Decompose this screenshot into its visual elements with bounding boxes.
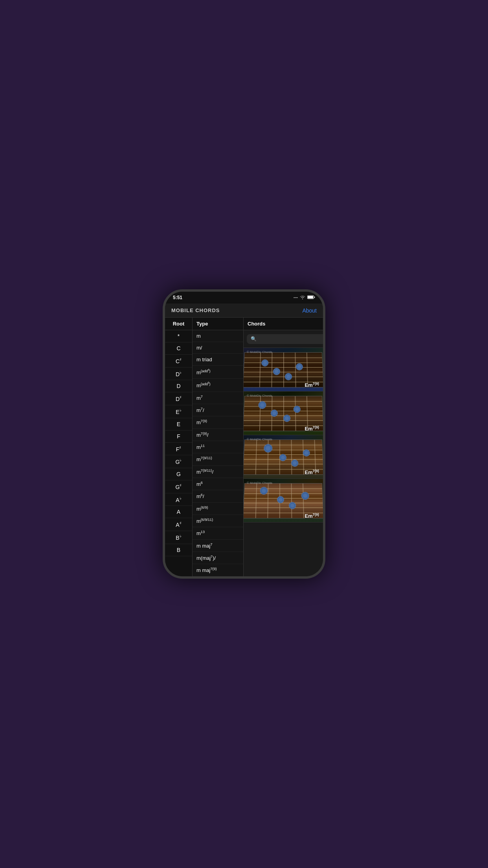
root-item-D[interactable]: D <box>165 380 192 392</box>
type-m-add9[interactable]: m(add9) <box>193 379 243 392</box>
type-m[interactable]: m <box>193 330 243 342</box>
chords-header: Chords <box>244 318 323 330</box>
type-m-slash[interactable]: m/ <box>193 342 243 354</box>
type-m11[interactable]: m11 <box>193 441 243 453</box>
chord-watermark-1: © MobiDic Chords <box>247 350 272 354</box>
root-item-star[interactable]: * <box>165 330 192 342</box>
root-item-F[interactable]: F <box>165 430 192 443</box>
root-header: Root <box>165 318 193 330</box>
battery-icon <box>307 295 315 300</box>
root-item-A[interactable]: A <box>165 506 192 518</box>
type-m6[interactable]: m6 <box>193 478 243 490</box>
nav-title: Mobile Chords <box>171 307 220 313</box>
svg-rect-2 <box>314 297 315 298</box>
type-m-maj7[interactable]: m maj7 <box>193 540 243 552</box>
type-m-6-9-11[interactable]: m(6/9/11) <box>193 515 243 527</box>
root-item-Gs[interactable]: G♯ <box>165 480 192 493</box>
chord-watermark-2: © MobiDic Chords <box>247 394 272 397</box>
root-item-As[interactable]: A♯ <box>165 518 192 531</box>
chord-result-1[interactable]: © MobiDic Chords Em7(9) <box>244 348 323 392</box>
nav-bar: Mobile Chords About <box>165 303 323 318</box>
root-item-Fs[interactable]: F♯ <box>165 443 192 456</box>
chord-photo-1: © MobiDic Chords Em7(9) <box>244 348 323 391</box>
root-item-Ab[interactable]: A♭ <box>165 493 192 506</box>
type-m6-slash[interactable]: m6/ <box>193 490 243 502</box>
root-item-Ds[interactable]: D♯ <box>165 392 192 405</box>
chord-label-3: Em7(9) <box>305 469 319 475</box>
search-icon: 🔍 <box>251 336 257 342</box>
root-item-C[interactable]: C <box>165 342 192 355</box>
chord-label-2: Em7(9) <box>305 425 319 432</box>
type-column: m m/ m triad m(add4) m(add9) m7 m7/ m7(9… <box>193 330 244 579</box>
signal-dots-icon: ···· <box>294 296 298 300</box>
chord-photo-4: © MobiDic Chords Em7(9) <box>244 479 323 522</box>
type-m-6-9[interactable]: m(6/9) <box>193 503 243 515</box>
type-m7-slash[interactable]: m7/ <box>193 404 243 416</box>
chord-watermark-3: © MobiDic Chords <box>247 438 272 441</box>
chord-watermark-4: © MobiDic Chords <box>247 481 272 485</box>
search-input-wrap: 🔍 <box>247 334 323 344</box>
wifi-icon <box>300 295 305 300</box>
empty-space <box>244 522 323 546</box>
type-m7-9-11[interactable]: m7(9/11) <box>193 453 243 465</box>
root-item-E[interactable]: E <box>165 418 192 430</box>
type-m-triad[interactable]: m triad <box>193 354 243 366</box>
column-headers: Root Type Chords <box>165 318 323 330</box>
root-column: * C C♯ D♭ D D♯ E♭ E F F♯ G♭ G G♯ A♭ A A♯… <box>165 330 193 579</box>
search-input[interactable] <box>259 336 323 342</box>
about-button[interactable]: About <box>302 307 317 314</box>
chord-label-1: Em7(9) <box>305 382 319 388</box>
chord-result-4[interactable]: © MobiDic Chords Em7(9) <box>244 479 323 522</box>
type-header: Type <box>193 318 244 330</box>
chord-label-4: Em7(9) <box>305 513 319 519</box>
type-m7-9-slash[interactable]: m7(9)/ <box>193 429 243 441</box>
root-item-G[interactable]: G <box>165 468 192 480</box>
search-bar: 🔍 ▾ <box>244 330 323 348</box>
main-content: * C C♯ D♭ D D♯ E♭ E F F♯ G♭ G G♯ A♭ A A♯… <box>165 330 323 579</box>
root-item-B[interactable]: B <box>165 544 192 556</box>
type-m7-9[interactable]: m7(9) <box>193 416 243 428</box>
type-m13[interactable]: m13 <box>193 527 243 539</box>
chord-photo-2: © MobiDic Chords Em7(9) <box>244 392 323 435</box>
root-item-Cs[interactable]: C♯ <box>165 355 192 368</box>
chord-photo-3: © MobiDic Chords Em7(9) <box>244 435 323 478</box>
type-m7[interactable]: m7 <box>193 392 243 404</box>
type-m-add4[interactable]: m(add4) <box>193 366 243 379</box>
chord-result-3[interactable]: © MobiDic Chords Em7(9) <box>244 435 323 479</box>
status-icons: ···· <box>294 295 315 300</box>
svg-rect-1 <box>308 296 313 298</box>
status-bar: 5:51 ···· <box>165 292 323 303</box>
root-item-Eb[interactable]: E♭ <box>165 405 192 418</box>
root-item-Db[interactable]: D♭ <box>165 368 192 381</box>
root-item-Bb[interactable]: B♭ <box>165 531 192 544</box>
type-m7-9-11-slash[interactable]: m7(9/11)/ <box>193 466 243 478</box>
type-m-maj7-6[interactable]: m maj7(6) <box>193 577 243 579</box>
root-item-Gb[interactable]: G♭ <box>165 455 192 468</box>
type-m-maj7-9[interactable]: m maj7(9) <box>193 564 243 576</box>
time-display: 5:51 <box>173 295 182 300</box>
phone-frame: 5:51 ···· Mobile Chords About <box>163 289 325 579</box>
chords-panel: 🔍 ▾ <box>244 330 323 579</box>
chord-result-2[interactable]: © MobiDic Chords Em7(9) <box>244 392 323 435</box>
type-m-maj7-slash[interactable]: m(maj7)/ <box>193 552 243 564</box>
